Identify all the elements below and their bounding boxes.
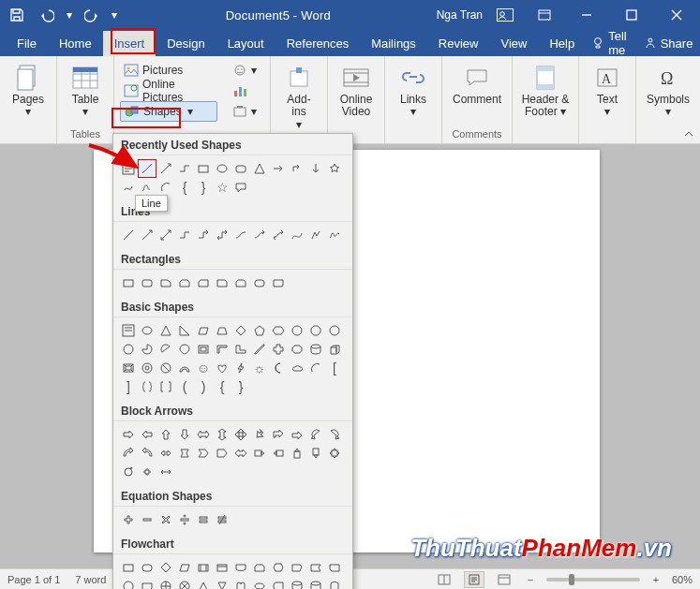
bs-cloud[interactable] [288,359,306,377]
ba-20[interactable] [250,444,269,463]
tab-insert[interactable]: Insert [103,31,156,56]
ba-1[interactable] [119,425,138,444]
fc-19[interactable] [231,577,250,589]
curve-shape[interactable] [288,226,306,244]
ba-17[interactable] [194,444,213,463]
ba-18[interactable] [213,444,231,463]
tab-design[interactable]: Design [156,31,216,56]
fc-1[interactable] [119,558,138,577]
bs-pie[interactable] [138,340,156,359]
bs-teardrop[interactable] [175,340,194,359]
bs-brace-pair[interactable] [138,377,156,396]
curved-double-arrow-shape[interactable] [269,226,288,244]
fc-7[interactable] [231,558,250,577]
zoom-slider[interactable] [546,578,640,582]
line-arrow-shape[interactable] [138,226,156,244]
bs-diamond[interactable] [231,321,250,340]
ba-6[interactable] [213,425,231,444]
ba-2[interactable] [138,425,156,444]
textbox-shape[interactable] [119,159,138,178]
bs-bracket-pair[interactable] [156,377,175,396]
fc-9[interactable] [269,558,288,577]
symbols-button[interactable]: Ω Symbols▾ [642,60,694,120]
fc-24[interactable] [325,577,344,589]
star-shape[interactable] [325,159,344,178]
bs-bracket-l[interactable]: [ [325,359,344,377]
fc-22[interactable] [288,577,306,589]
oval-shape[interactable] [213,159,231,178]
rect-5[interactable] [194,273,213,292]
arrow-turn-shape[interactable] [288,159,306,178]
status-page[interactable]: Page 1 of 1 [7,574,60,585]
eq-notequal[interactable] [213,510,231,529]
bs-brace-r[interactable]: } [231,377,250,396]
rect-4[interactable] [175,273,194,292]
bs-chord[interactable] [156,340,175,359]
ba-5[interactable] [194,425,213,444]
ba-24[interactable] [325,444,344,463]
bs-dodecagon[interactable] [119,340,138,359]
fc-8[interactable] [250,558,269,577]
ba-11[interactable] [306,425,325,444]
view-read-mode[interactable] [434,571,454,588]
star-outline-shape[interactable]: ☆ [213,178,231,197]
status-words[interactable]: 7 word [75,574,106,585]
fc-16[interactable] [175,577,194,589]
bs-arc[interactable] [306,359,325,377]
bs-brace-l[interactable]: { [213,377,231,396]
bs-bracket-r[interactable]: ] [119,377,138,396]
links-button[interactable]: Links▾ [391,60,436,120]
bs-cross[interactable] [269,340,288,359]
bs-lshape[interactable] [231,340,250,359]
ba-16[interactable] [175,444,194,463]
bs-paren-l[interactable]: ( [175,377,194,396]
ba-9[interactable] [269,425,288,444]
fc-2[interactable] [138,558,156,577]
callout-shape[interactable] [231,178,250,197]
triangle-shape[interactable] [250,159,269,178]
bs-diagstripe[interactable] [250,340,269,359]
fc-11[interactable] [306,558,325,577]
bs-noentry[interactable] [156,359,175,377]
ba-12[interactable] [325,425,344,444]
tab-help[interactable]: Help [538,31,586,56]
rect-9[interactable] [269,273,288,292]
ba-3[interactable] [156,425,175,444]
tab-home[interactable]: Home [48,31,103,56]
qat-customize-icon[interactable]: ▾ [109,2,120,28]
fc-15[interactable] [156,577,175,589]
rect-3[interactable] [156,273,175,292]
header-footer-button[interactable]: Header & Footer ▾ [518,60,573,120]
fc-17[interactable] [194,577,213,589]
rect-6[interactable] [213,273,231,292]
tab-mailings[interactable]: Mailings [360,31,427,56]
curved-arrow-shape[interactable] [250,226,269,244]
freeform-shape[interactable] [119,178,138,197]
arc-shape[interactable] [156,178,175,197]
fc-23[interactable] [306,577,325,589]
bs-triangle[interactable] [156,321,175,340]
ba-8[interactable] [250,425,269,444]
bs-frame[interactable] [194,340,213,359]
bs-heart[interactable] [213,359,231,377]
bs-pentagon[interactable] [250,321,269,340]
rounded-rect-shape[interactable] [231,159,250,178]
bs-can[interactable] [306,340,325,359]
zoom-out-button[interactable]: − [524,574,537,585]
ba-10[interactable] [288,425,306,444]
shapes-button[interactable]: Shapes ▾ [120,101,217,122]
bs-textbox[interactable] [119,321,138,340]
bs-smiley[interactable]: ☺ [194,359,213,377]
save-icon[interactable] [4,2,30,28]
fc-18[interactable] [213,577,231,589]
bs-donut[interactable] [138,359,156,377]
online-pictures-button[interactable]: Online Pictures [120,81,217,101]
bs-plaque[interactable] [288,340,306,359]
icons-button[interactable]: ▾ [229,60,261,81]
fc-20[interactable] [250,577,269,589]
tab-references[interactable]: References [276,31,360,56]
line-double-arrow-shape[interactable] [156,226,175,244]
rect-7[interactable] [231,273,250,292]
tab-review[interactable]: Review [427,31,490,56]
zoom-in-button[interactable]: + [649,574,663,585]
